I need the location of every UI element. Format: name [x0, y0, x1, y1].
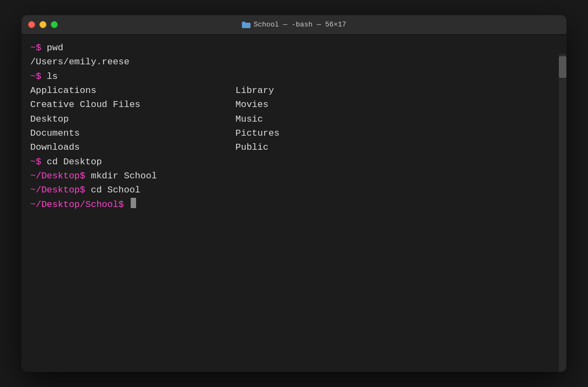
prompt: ~/Desktop$ — [30, 169, 91, 183]
command-text: pwd — [47, 41, 64, 55]
command-line: ~/Desktop$ mkdir School — [30, 169, 558, 183]
ls-item: Applications — [30, 84, 235, 98]
maximize-button[interactable] — [51, 21, 58, 28]
ls-item: Documents — [30, 126, 235, 141]
cursor — [131, 198, 136, 208]
ls-item: Downloads — [30, 141, 235, 155]
traffic-lights — [28, 21, 58, 28]
window-title: School — -bash — 56×17 — [242, 21, 347, 29]
scrollbar-thumb[interactable] — [559, 56, 566, 78]
ls-item: Creative Cloud Files — [30, 98, 235, 112]
ls-item: Library — [235, 84, 558, 98]
minimize-button[interactable] — [39, 21, 46, 28]
prompt: ~/Desktop$ — [30, 183, 91, 197]
command-line: ~/Desktop$ cd School — [30, 183, 558, 197]
title-text: School — -bash — 56×17 — [254, 21, 347, 29]
folder-icon — [242, 22, 251, 28]
command-line: ~$ ls — [30, 70, 558, 84]
prompt: ~$ — [30, 155, 47, 169]
active-prompt: ~/Desktop/School$ — [30, 198, 130, 212]
prompt: ~$ — [30, 70, 47, 84]
ls-item: Desktop — [30, 112, 235, 126]
terminal-body[interactable]: ~$ pwd /Users/emily.reese ~$ ls Applicat… — [22, 35, 566, 372]
command-text: cd Desktop — [47, 155, 102, 169]
ls-output: Applications Library Creative Cloud File… — [30, 84, 558, 155]
prompt: ~$ — [30, 41, 47, 55]
terminal-window: School — -bash — 56×17 ~$ pwd /Users/emi… — [22, 15, 566, 372]
ls-item: Movies — [235, 98, 558, 112]
output-line: /Users/emily.reese — [30, 55, 558, 69]
active-prompt-line: ~/Desktop/School$ — [30, 198, 558, 212]
command-line: ~$ cd Desktop — [30, 155, 558, 169]
command-line: ~$ pwd — [30, 41, 558, 55]
scrollbar-track[interactable] — [559, 54, 566, 372]
command-text: mkdir School — [91, 169, 157, 183]
close-button[interactable] — [28, 21, 35, 28]
ls-item: Pictures — [235, 126, 558, 141]
command-text: ls — [47, 70, 58, 84]
ls-item: Public — [235, 141, 558, 155]
titlebar: School — -bash — 56×17 — [22, 15, 566, 35]
command-text: cd School — [91, 183, 140, 197]
output-text: /Users/emily.reese — [30, 55, 130, 69]
ls-item: Music — [235, 112, 558, 126]
